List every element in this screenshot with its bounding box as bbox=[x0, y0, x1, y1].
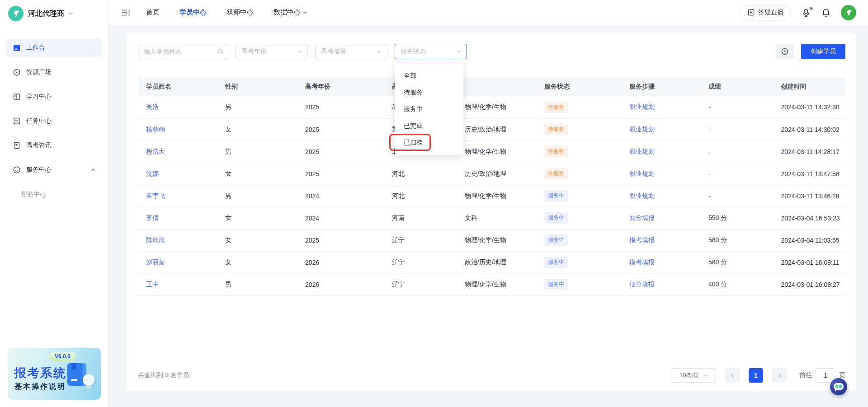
service-status-badge: 服务中 bbox=[544, 257, 568, 268]
notification-bell-icon[interactable] bbox=[821, 8, 831, 18]
dropdown-option[interactable]: 全部 bbox=[395, 67, 463, 84]
sidebar-subitem-label: 帮助中心 bbox=[21, 191, 46, 199]
nav-student-center[interactable]: 学员中心 bbox=[179, 8, 207, 17]
next-page-button[interactable] bbox=[772, 368, 787, 383]
dropdown-option[interactable]: 待服务 bbox=[395, 84, 463, 101]
service-step-link[interactable]: 估分填报 bbox=[629, 281, 655, 288]
nav-home[interactable]: 首页 bbox=[146, 8, 160, 17]
service-step-link[interactable]: 职业规划 bbox=[629, 192, 655, 199]
dropdown-notch bbox=[421, 60, 427, 66]
chevron-up-icon bbox=[457, 49, 461, 54]
sidebar-item-label: 服务中心 bbox=[26, 166, 52, 174]
table-footer: 共查询到 9 名学员 10条/页 1 前往 页 bbox=[138, 368, 845, 383]
service-step-link[interactable]: 知分填报 bbox=[629, 214, 655, 221]
exam-year-cell: 2025 bbox=[297, 140, 384, 163]
service-step-link[interactable]: 职业规划 bbox=[629, 103, 655, 110]
column-header: 创建时间 bbox=[773, 77, 846, 96]
sidebar-item-resource[interactable]: 资源广场 bbox=[6, 63, 102, 81]
service-status-badge: 待服务 bbox=[544, 102, 568, 113]
table-row[interactable]: 董宇飞 男 2024 河北 物理/化学/生物 服务中 职业规划 - 2024-0… bbox=[138, 185, 845, 207]
service-step-link[interactable]: 模考填报 bbox=[629, 236, 655, 243]
sidebar-collapse-icon[interactable] bbox=[121, 8, 131, 18]
page-size-select[interactable]: 10条/页 bbox=[671, 368, 716, 383]
score-cell: 400 分 bbox=[700, 273, 773, 295]
sidebar-item-service[interactable]: 服务中心 bbox=[6, 161, 102, 179]
subjects-cell: 物理/化学/生物 bbox=[457, 96, 536, 118]
student-name-link[interactable]: 赵丽茹 bbox=[146, 258, 165, 266]
nav-data-center[interactable]: 数据中心 bbox=[274, 8, 307, 17]
gender-cell: 女 bbox=[217, 118, 297, 140]
student-name-link[interactable]: 董宇飞 bbox=[146, 192, 165, 199]
chevron-down-icon bbox=[297, 49, 302, 54]
student-name-link[interactable]: 杨萌萌 bbox=[146, 126, 165, 133]
table-row[interactable]: 程浩天 男 2025 北京 物理/化学/生物 待服务 职业规划 - 2024-0… bbox=[138, 140, 845, 163]
table-row[interactable]: 陈欣欣 女 2025 辽宁 物理/化学/生物 服务中 模考填报 580 分 20… bbox=[138, 229, 845, 251]
table-row[interactable]: 王宇 男 2026 辽宁 物理/化学/生物 服务中 估分填报 400 分 202… bbox=[138, 273, 845, 295]
qa-live-button[interactable]: 答疑直播 bbox=[740, 5, 791, 20]
sidebar-item-label: 资源广场 bbox=[26, 68, 52, 76]
gender-cell: 男 bbox=[217, 273, 297, 295]
search-icon[interactable] bbox=[217, 48, 224, 55]
score-cell: - bbox=[700, 185, 773, 207]
sidebar-item-news[interactable]: 高考资讯 bbox=[6, 136, 102, 154]
exam-year-cell: 2025 bbox=[297, 96, 384, 118]
create-student-button[interactable]: 创建学员 bbox=[801, 44, 845, 59]
gender-cell: 男 bbox=[217, 140, 297, 163]
student-name-link[interactable]: 程浩天 bbox=[146, 148, 165, 155]
student-name-link[interactable]: 沈娜 bbox=[146, 170, 159, 177]
student-name-link[interactable]: 吴浩 bbox=[146, 103, 159, 110]
table-row[interactable]: 杨萌萌 女 2025 重庆 历史/政治/地理 待服务 职业规划 - 2024-0… bbox=[138, 118, 845, 140]
user-avatar[interactable] bbox=[841, 5, 856, 20]
service-step-link[interactable]: 职业规划 bbox=[629, 148, 655, 155]
current-page-button[interactable]: 1 bbox=[749, 368, 763, 383]
brand-name: 河北代理商 bbox=[28, 9, 64, 19]
table-row[interactable]: 赵丽茹 女 2026 辽宁 政治/历史/地理 服务中 模考填报 580 分 20… bbox=[138, 251, 845, 273]
student-table: 学员姓名性别高考年份高考省份服务状态服务步骤成绩创建时间 吴浩 男 2025 黑… bbox=[138, 77, 845, 296]
chevron-up-icon bbox=[91, 168, 95, 172]
sidebar-item-task[interactable]: 任务中心 bbox=[6, 112, 102, 130]
prev-page-button[interactable] bbox=[725, 368, 740, 383]
exam-province-select[interactable]: 高考省份 bbox=[315, 44, 387, 59]
gender-cell: 男 bbox=[217, 185, 297, 207]
chat-assistant-button[interactable] bbox=[830, 378, 847, 395]
table-row[interactable]: 沈娜 女 2025 河北 历史/政治/地理 待服务 职业规划 - 2024-03… bbox=[138, 163, 845, 185]
service-step-link[interactable]: 职业规划 bbox=[629, 126, 655, 133]
sidebar-item-workbench[interactable]: 工作台 bbox=[6, 39, 102, 57]
exam-year-cell: 2024 bbox=[297, 207, 384, 229]
sidebar-item-help[interactable]: 帮助中心 bbox=[0, 185, 108, 201]
history-clock-button[interactable] bbox=[776, 44, 794, 59]
chevron-down-icon bbox=[703, 373, 708, 378]
brand[interactable]: 河北代理商 bbox=[0, 0, 108, 27]
exam-year-select[interactable]: 高考年份 bbox=[236, 44, 308, 59]
dropdown-option[interactable]: 已完成 bbox=[395, 117, 463, 134]
service-status-badge: 待服务 bbox=[544, 146, 568, 157]
sidebar-item-learning[interactable]: 学习中心 bbox=[6, 88, 102, 106]
created-time-cell: 2024-03-11 14:28:17 bbox=[773, 140, 846, 163]
student-name-link[interactable]: 王宇 bbox=[146, 281, 159, 288]
table-row[interactable]: 吴浩 男 2025 黑龙江 物理/化学/生物 待服务 职业规划 - 2024-0… bbox=[138, 96, 845, 118]
created-time-cell: 2024-03-01 16:08:27 bbox=[773, 273, 846, 295]
service-status-dropdown: 全部 待服务 服务中 已完成 已归档 bbox=[395, 63, 463, 155]
system-guide-banner[interactable]: V6.0.0 报考系统 基本操作说明 bbox=[8, 348, 101, 400]
version-badge: V6.0.0 bbox=[49, 352, 76, 361]
gender-cell: 女 bbox=[217, 207, 297, 229]
dropdown-option[interactable]: 服务中 bbox=[395, 101, 463, 117]
service-step-link[interactable]: 模考填报 bbox=[629, 258, 655, 266]
nav-dual-teacher-center[interactable]: 双师中心 bbox=[226, 8, 254, 17]
exam-province-cell: 辽宁 bbox=[384, 251, 457, 273]
gender-cell: 男 bbox=[217, 96, 297, 118]
recording-mic-icon[interactable]: 录 bbox=[801, 8, 811, 18]
play-video-icon bbox=[747, 9, 755, 16]
column-header: 学员姓名 bbox=[138, 77, 217, 96]
student-name-link[interactable]: 陈欣欣 bbox=[146, 236, 165, 243]
score-cell: 580 分 bbox=[700, 251, 773, 273]
chevron-down-icon bbox=[377, 49, 382, 54]
subjects-cell: 物理/化学/生物 bbox=[457, 185, 536, 207]
service-status-badge: 待服务 bbox=[544, 168, 568, 179]
service-step-link[interactable]: 职业规划 bbox=[629, 170, 655, 177]
search-input[interactable] bbox=[138, 44, 228, 59]
service-status-select[interactable]: 服务状态 bbox=[395, 44, 467, 59]
table-row[interactable]: 李倩 女 2024 河南 文科 服务中 知分填报 550 分 2024-03-0… bbox=[138, 207, 845, 229]
dropdown-option[interactable]: 已归档 bbox=[395, 134, 463, 151]
student-name-link[interactable]: 李倩 bbox=[146, 214, 159, 221]
